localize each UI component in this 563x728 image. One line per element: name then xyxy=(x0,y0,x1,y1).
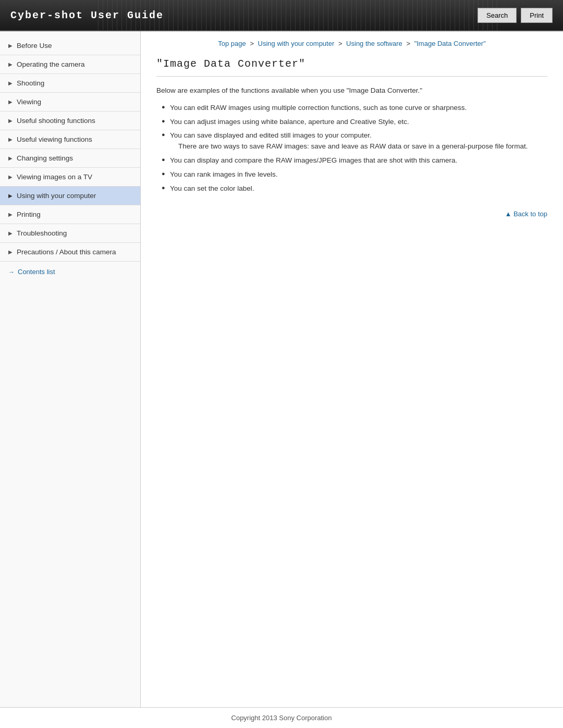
sidebar-item-label: Using with your computer xyxy=(17,192,96,200)
bullet-list-2: You can display and compare the RAW imag… xyxy=(162,155,547,194)
sidebar-item-precautions[interactable]: ▶ Precautions / About this camera xyxy=(0,243,140,262)
list-item: You can display and compare the RAW imag… xyxy=(162,155,547,166)
contents-list-link[interactable]: → Contents list xyxy=(0,262,140,282)
chevron-right-icon: ▶ xyxy=(8,137,13,142)
sidebar-item-using-computer[interactable]: ▶ Using with your computer xyxy=(0,187,140,205)
list-item: You can edit RAW images using multiple c… xyxy=(162,103,547,114)
sidebar-item-label: Useful shooting functions xyxy=(17,117,95,125)
content-body: Below are examples of the functions avai… xyxy=(156,85,547,194)
sidebar-item-changing-settings[interactable]: ▶ Changing settings xyxy=(0,149,140,168)
breadcrumb-current[interactable]: "Image Data Converter" xyxy=(414,40,486,47)
arrow-right-icon: → xyxy=(8,268,15,276)
sidebar-item-label: Shooting xyxy=(17,79,44,87)
breadcrumb-separator: > xyxy=(338,40,344,47)
sidebar-item-label: Viewing images on a TV xyxy=(17,173,92,181)
sidebar-item-troubleshooting[interactable]: ▶ Troubleshooting xyxy=(0,224,140,243)
sidebar-item-viewing[interactable]: ▶ Viewing xyxy=(0,93,140,112)
sidebar-item-label: Useful viewing functions xyxy=(17,135,92,143)
chevron-right-icon: ▶ xyxy=(8,80,13,86)
chevron-right-icon: ▶ xyxy=(8,155,13,161)
chevron-right-icon: ▶ xyxy=(8,212,13,217)
sidebar-item-operating[interactable]: ▶ Operating the camera xyxy=(0,55,140,74)
breadcrumb: Top page > Using with your computer > Us… xyxy=(156,40,547,47)
chevron-right-icon: ▶ xyxy=(8,118,13,124)
chevron-right-icon: ▶ xyxy=(8,174,13,180)
app-title: Cyber-shot User Guide xyxy=(10,9,164,21)
chevron-right-icon: ▶ xyxy=(8,61,13,67)
sidebar-item-label: Changing settings xyxy=(17,154,73,162)
breadcrumb-using-software[interactable]: Using the software xyxy=(346,40,402,47)
list-item: You can rank images in five levels. xyxy=(162,169,547,180)
sidebar-item-label: Troubleshooting xyxy=(17,229,67,237)
list-item: You can save displayed and edited still … xyxy=(162,130,547,152)
sidebar: ▶ Before Use ▶ Operating the camera ▶ Sh… xyxy=(0,31,141,707)
chevron-right-icon: ▶ xyxy=(8,230,13,236)
indent-text: There are two ways to save RAW images: s… xyxy=(170,141,547,152)
chevron-right-icon: ▶ xyxy=(8,43,13,48)
sidebar-item-shooting[interactable]: ▶ Shooting xyxy=(0,74,140,93)
sidebar-item-label: Operating the camera xyxy=(17,60,85,68)
sidebar-item-label: Printing xyxy=(17,211,41,218)
copyright-text: Copyright 2013 Sony Corporation xyxy=(231,714,332,722)
main-container: ▶ Before Use ▶ Operating the camera ▶ Sh… xyxy=(0,31,563,707)
sidebar-item-viewing-tv[interactable]: ▶ Viewing images on a TV xyxy=(0,168,140,187)
header-buttons: Search Print xyxy=(478,8,553,23)
content-intro: Below are examples of the functions avai… xyxy=(156,85,547,96)
chevron-right-icon: ▶ xyxy=(8,193,13,199)
breadcrumb-separator: > xyxy=(406,40,412,47)
list-item: You can set the color label. xyxy=(162,183,547,194)
header: Cyber-shot User Guide Search Print xyxy=(0,0,563,31)
breadcrumb-separator: > xyxy=(250,40,255,47)
content-area: Top page > Using with your computer > Us… xyxy=(141,31,563,707)
contents-list-label: Contents list xyxy=(18,268,55,276)
back-to-top-link[interactable]: ▲ Back to top xyxy=(156,210,547,218)
sidebar-item-before-use[interactable]: ▶ Before Use xyxy=(0,36,140,55)
bullet-list-1: You can edit RAW images using multiple c… xyxy=(162,103,547,153)
sidebar-item-label: Before Use xyxy=(17,42,52,50)
list-item: You can adjust images using white balanc… xyxy=(162,117,547,128)
sidebar-item-printing[interactable]: ▶ Printing xyxy=(0,205,140,224)
sidebar-item-label: Viewing xyxy=(17,98,41,106)
back-to-top-label: ▲ Back to top xyxy=(505,210,547,218)
search-button[interactable]: Search xyxy=(478,8,517,23)
breadcrumb-top[interactable]: Top page xyxy=(218,40,246,47)
page-title: "Image Data Converter" xyxy=(156,58,547,77)
sidebar-item-useful-shooting[interactable]: ▶ Useful shooting functions xyxy=(0,112,140,130)
footer: Copyright 2013 Sony Corporation xyxy=(0,707,563,728)
breadcrumb-using-computer[interactable]: Using with your computer xyxy=(258,40,335,47)
print-button[interactable]: Print xyxy=(521,8,553,23)
chevron-right-icon: ▶ xyxy=(8,99,13,105)
sidebar-item-useful-viewing[interactable]: ▶ Useful viewing functions xyxy=(0,130,140,149)
sidebar-item-label: Precautions / About this camera xyxy=(17,248,116,256)
chevron-right-icon: ▶ xyxy=(8,249,13,255)
